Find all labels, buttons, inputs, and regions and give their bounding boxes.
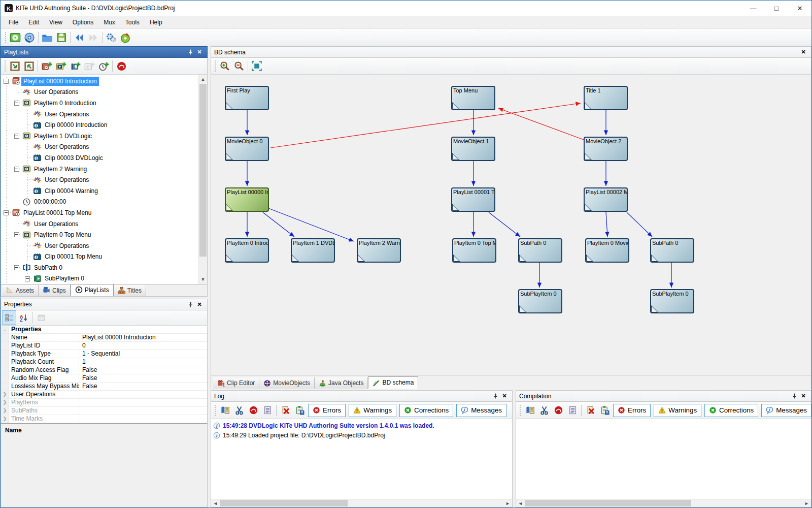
schema-node[interactable]: PlayItem 0 Top Menu [452,238,496,263]
collapse-toggle-icon[interactable] [12,229,22,240]
menu-mux[interactable]: Mux [98,17,120,28]
schema-node[interactable]: SubPath 0 [518,238,562,263]
filter-warnings-button[interactable]: Warnings [349,404,396,417]
property-value[interactable]: False [79,383,207,390]
toolbar-grip[interactable] [519,405,521,416]
schema-node[interactable]: PlayItem 1 DVDLogic [291,238,335,263]
log-entry[interactable]: i15:49:29 Loaded project file: D:\DVDLog… [213,430,510,440]
chevron-right-icon[interactable]: ❯ [1,415,9,423]
zoom-in-button[interactable] [218,59,232,73]
filter-warnings-button[interactable]: Warnings [654,404,701,417]
tree-item[interactable]: User Operations [1,240,198,251]
add-subpath-button[interactable] [68,59,82,73]
export-playlist-button[interactable] [22,59,36,73]
filter-errors-button[interactable]: Errors [308,404,346,417]
tree-item-label[interactable]: User Operations [32,87,80,97]
scroll-down-icon[interactable]: ▼ [199,275,207,284]
tree-item-label[interactable]: User Operations [43,241,91,250]
property-row[interactable]: Lossless May Bypass MixFalse [1,383,207,391]
collapse-toggle-icon[interactable] [1,76,12,87]
property-row[interactable]: ❯PlayItems [1,399,207,407]
scroll-thumb[interactable] [220,500,348,506]
tree-item[interactable]: PlayList 00001 Top Menu [1,207,198,218]
property-row[interactable]: ❯Time Marks [1,415,207,423]
tree-item[interactable]: PlayItem 0 Introduction [1,98,198,109]
tree-item-label[interactable]: PlayList 00001 Top Menu [21,208,94,217]
pin-icon[interactable] [790,392,799,400]
scroll-thumb[interactable] [199,84,207,257]
tree-item-label[interactable]: PlayList 00000 Introduction [21,77,99,86]
collapse-toggle-icon[interactable] [12,262,22,273]
tree-item[interactable]: User Operations [1,109,198,120]
close-icon[interactable]: ✕ [500,392,509,400]
remove-item-button[interactable] [114,59,128,73]
tree-item-label[interactable]: PlayItem 0 Top Menu [32,230,93,239]
property-category-row[interactable]: ⌄Properties [1,326,207,334]
schema-node[interactable]: Title 1 [584,86,628,110]
schema-node[interactable]: SubPath 0 [650,238,694,263]
schema-node[interactable]: MovieObject 0 [225,137,269,161]
chevron-down-icon[interactable]: ⌄ [1,326,9,333]
filter-corrections-button[interactable]: Corrections [399,404,453,417]
cut-log-button[interactable] [232,403,246,418]
redo-button[interactable] [86,30,100,45]
tab-bd-schema[interactable]: BD schema [368,376,418,389]
menu-help[interactable]: Help [145,17,167,28]
log-entry[interactable]: i15:49:28 DVDLogic KITe UHD Authoring Su… [213,421,510,430]
filter-messages-button[interactable]: iMessages [456,404,506,417]
tree-item-label[interactable]: User Operations [43,110,91,119]
pin-icon[interactable] [186,48,195,56]
tab-titles[interactable]: Titles [114,285,146,296]
settings-button[interactable] [104,30,118,45]
filter-errors-button[interactable]: Errors [613,404,651,417]
close-icon[interactable]: ✕ [799,392,808,400]
tree-item[interactable]: SubPlayItem 0 [1,273,198,284]
tree-item-label[interactable]: User Operations [43,175,91,184]
save-project-button[interactable] [54,30,69,45]
tree-item[interactable]: User Operations [1,142,198,153]
collapse-toggle-icon[interactable] [12,164,22,175]
save-log-button[interactable] [597,403,612,418]
property-row[interactable]: Playback Count1 [1,358,207,366]
open-disc-button[interactable] [22,30,37,45]
tab-assets[interactable]: Assets [2,285,39,296]
undo-button[interactable] [72,30,86,45]
tab-clips[interactable]: Clips [39,285,71,296]
tree-item[interactable]: SubPath 0 [1,262,198,273]
tree-item[interactable]: User Operations [1,174,198,185]
stop-log-button[interactable] [246,403,260,418]
tree-item[interactable]: iClip 00000 Introduction [1,119,198,131]
menu-edit[interactable]: Edit [23,17,44,28]
minimize-button[interactable]: — [741,1,765,16]
scroll-right-icon[interactable]: ► [503,499,512,507]
scroll-left-icon[interactable]: ◄ [516,499,525,507]
clear-log-button[interactable] [278,403,292,418]
tree-item-label[interactable]: SubPath 0 [32,263,64,272]
property-value[interactable]: 0 [79,342,207,349]
tree-item-label[interactable]: 00:00:00:00 [32,197,68,206]
chevron-right-icon[interactable]: ❯ [1,391,9,398]
add-timemark-button[interactable] [96,59,111,73]
scroll-thumb[interactable] [525,500,691,506]
log-hscrollbar[interactable]: ◄ ► [211,499,513,507]
tree-item[interactable]: PlayItem 1 DVDLogic [1,131,198,142]
property-value[interactable]: 1 [79,358,207,365]
collapse-toggle-icon[interactable] [1,207,12,218]
categorized-button[interactable] [2,310,16,325]
tree-item-label[interactable]: SubPlayItem 0 [43,274,86,283]
tab-clip-editor[interactable]: Clip Editor [213,377,259,389]
alphabetical-button[interactable]: AZ [16,310,30,325]
close-icon[interactable]: ✕ [799,48,808,56]
copy-log-button[interactable] [523,403,537,418]
schema-node[interactable]: MovieObject 2 [584,137,628,161]
tree-item[interactable]: PlayList 00000 Introduction [1,76,198,87]
tree-item[interactable]: 00:00:00:00 [1,197,198,208]
maximize-button[interactable]: □ [765,1,788,16]
scroll-right-icon[interactable]: ► [802,499,811,507]
tree-item[interactable]: iClip 00001 Top Menu [1,251,198,263]
chevron-right-icon[interactable]: ❯ [1,399,9,406]
tree-item[interactable]: PlayItem 2 Warning [1,164,198,175]
pin-icon[interactable] [186,300,195,308]
tab-movieobjects[interactable]: MovieObjects [259,377,315,389]
copy-log-button[interactable] [218,403,232,418]
